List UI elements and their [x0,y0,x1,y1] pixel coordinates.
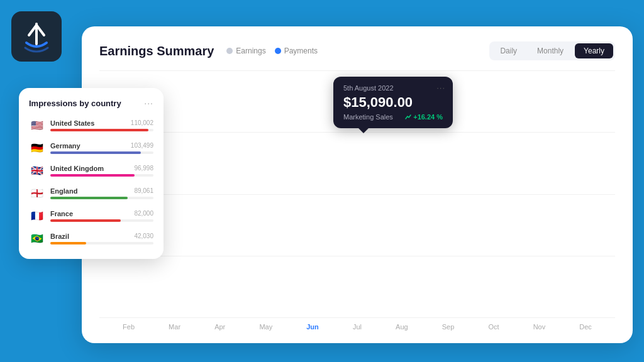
country-info: France 82,000 [50,210,153,222]
country-row: 🇫🇷 France 82,000 [29,207,153,224]
country-value: 82,000 [134,210,153,217]
country-value: 42,030 [134,233,153,239]
country-name-row: United States 110,002 [50,119,153,127]
x-label-oct: Oct [488,323,499,331]
x-label-jun: Jun [306,323,319,331]
x-label-apr: Apr [214,323,225,331]
country-flag: 🇫🇷 [29,207,45,224]
country-bar-bg [50,129,153,131]
country-name-row: England 89,061 [50,187,153,195]
country-name: United States [50,119,94,127]
tooltip-dots: ··· [436,83,445,92]
x-label-jul: Jul [353,323,362,331]
chart-area: FebMarAprMayJunJulAugSepOctNovDec ··· 5t… [99,70,615,331]
country-name-row: France 82,000 [50,210,153,217]
country-name: Germany [50,142,80,150]
country-name-row: United Kingdom 96,998 [50,165,153,172]
time-btn-monthly[interactable]: Monthly [528,43,572,58]
time-btn-daily[interactable]: Daily [491,43,526,58]
time-filters: Daily Monthly Yearly [489,41,615,60]
country-list: 🇺🇸 United States 110,002 🇩🇪 Germany 103,… [29,117,153,246]
legend-earnings: Earnings [226,47,265,55]
country-bar-bg [50,151,153,154]
country-row: 🏴󠁧󠁢󠁥󠁮󠁧󠁿 England 89,061 [29,185,153,201]
country-name-row: Brazil 42,030 [50,233,153,240]
country-value: 89,061 [134,187,153,194]
logo-icon [19,19,54,54]
x-labels: FebMarAprMayJunJulAugSepOctNovDec [99,323,615,331]
page-wrapper: Earnings Summary Earnings Payments Daily… [0,0,644,362]
country-bar-fill [50,197,128,199]
impressions-title: Impressions by country [29,99,121,108]
country-row: 🇺🇸 United States 110,002 [29,117,153,133]
country-bar-bg [50,242,153,244]
legend-items: Earnings Payments [226,47,318,55]
country-info: United Kingdom 96,998 [50,165,153,177]
tooltip-label: Marketing Sales [343,113,393,121]
country-value: 110,002 [131,119,153,126]
impressions-menu-dots[interactable]: ··· [144,98,153,108]
country-bar-bg [50,174,153,177]
country-value: 96,998 [134,165,153,172]
country-name: Brazil [50,233,69,240]
page-title: Earnings Summary [99,44,214,58]
country-info: Brazil 42,030 [50,233,153,244]
country-info: England 89,061 [50,187,153,199]
country-bar-fill [50,151,141,154]
legend-earnings-label: Earnings [236,47,265,55]
legend-payments: Payments [275,47,318,55]
country-row: 🇬🇧 United Kingdom 96,998 [29,162,153,178]
country-name-row: Germany 103,499 [50,142,153,150]
chart-container: FebMarAprMayJunJulAugSepOctNovDec ··· 5t… [99,70,615,331]
tooltip-amount: $15,090.00 [343,94,443,111]
tooltip-bottom: Marketing Sales +16.24 % [343,113,443,121]
legend-dot-payments [275,48,281,54]
country-bar-fill [50,242,86,244]
country-info: Germany 103,499 [50,142,153,154]
x-label-aug: Aug [396,323,408,331]
country-flag: 🇧🇷 [29,230,45,246]
country-bar-fill [50,129,148,131]
country-info: United States 110,002 [50,119,153,131]
header-row: Earnings Summary Earnings Payments Daily… [99,41,615,60]
tooltip-arrow [358,128,369,133]
country-flag: 🇺🇸 [29,117,45,133]
country-flag: 🇬🇧 [29,162,45,178]
country-value: 103,499 [131,142,153,149]
tooltip-change: +16.24 % [405,113,443,121]
logo-box [11,11,62,62]
country-name: France [50,210,73,217]
country-bar-bg [50,219,153,222]
country-flag: 🏴󠁧󠁢󠁥󠁮󠁧󠁿 [29,185,45,201]
chart-tooltip: ··· 5th August 2022 $15,090.00 Marketing… [333,77,453,128]
legend-dot-earnings [226,48,233,54]
x-label-nov: Nov [533,323,546,331]
country-bar-bg [50,197,153,199]
country-bar-fill [50,219,121,222]
x-label-dec: Dec [579,323,592,331]
country-bar-fill [50,174,135,177]
x-label-feb: Feb [123,323,135,331]
x-label-may: May [259,323,272,331]
country-name: United Kingdom [50,165,104,172]
country-row: 🇩🇪 Germany 103,499 [29,140,153,156]
x-label-mar: Mar [169,323,180,331]
country-flag: 🇩🇪 [29,140,45,156]
main-card: Earnings Summary Earnings Payments Daily… [82,26,633,343]
country-name: England [50,187,77,195]
time-btn-yearly[interactable]: Yearly [575,43,613,58]
impressions-card: Impressions by country ··· 🇺🇸 United Sta… [19,88,164,259]
legend-payments-label: Payments [284,47,318,55]
country-row: 🇧🇷 Brazil 42,030 [29,230,153,246]
x-label-sep: Sep [442,323,455,331]
header-left: Earnings Summary Earnings Payments [99,44,318,58]
trend-up-icon [405,114,411,120]
tooltip-date: 5th August 2022 [343,84,443,92]
impressions-header: Impressions by country ··· [29,98,153,108]
